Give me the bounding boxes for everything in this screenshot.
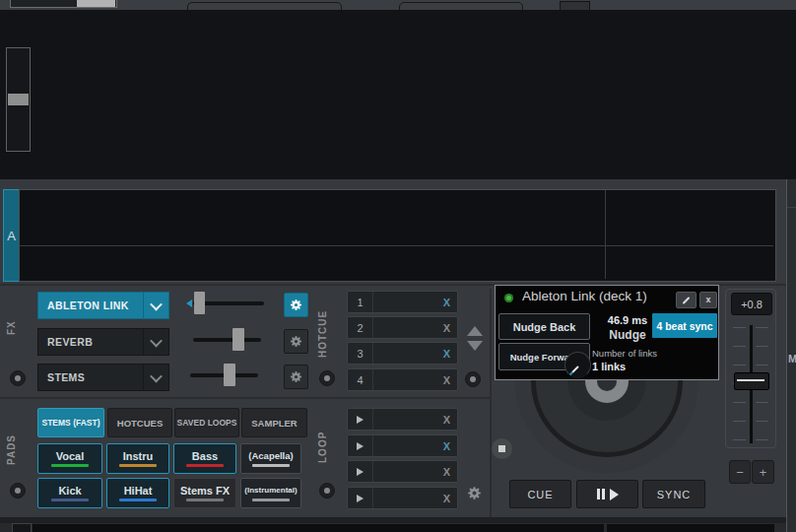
- gear-icon: [290, 370, 302, 383]
- loop-clear-button[interactable]: X: [443, 493, 457, 504]
- deck-settings-gear-button[interactable]: [467, 486, 482, 504]
- deck-b-badge[interactable]: [12, 523, 32, 532]
- hotcue-number[interactable]: 2: [348, 317, 373, 338]
- fx-2-settings-button[interactable]: [284, 329, 308, 354]
- fx-unit-3-label: STEMS: [38, 371, 143, 383]
- loop-row-2[interactable]: X: [347, 434, 458, 457]
- loop-play-button[interactable]: [348, 488, 373, 508]
- deck-a-waveform[interactable]: [19, 189, 776, 282]
- hotcue-row-2[interactable]: 2 X: [347, 316, 458, 339]
- loop-row-4[interactable]: X: [347, 487, 458, 509]
- popup-pin-button[interactable]: [676, 292, 696, 308]
- pad-color-bar: [252, 464, 290, 467]
- pad-acapella[interactable]: (Acapella): [240, 443, 301, 474]
- hotcue-number[interactable]: 3: [348, 343, 373, 364]
- links-count-label: Number of links: [592, 348, 710, 359]
- loop-play-button[interactable]: [348, 435, 373, 456]
- nudge-knob[interactable]: [564, 352, 591, 378]
- chevron-down-icon[interactable]: [143, 329, 168, 355]
- dj-app-window: A M FX ABLETON LINK REVERB STEMS HOTCUE …: [0, 0, 796, 532]
- pads-tab-sampler[interactable]: SAMPLER: [241, 408, 307, 437]
- links-count-value: 1 links: [592, 361, 710, 372]
- pads-tab-saved-loops[interactable]: SAVED LOOPS: [174, 408, 239, 437]
- loop-clear-button[interactable]: X: [443, 466, 457, 478]
- scrollbar-handle[interactable]: [8, 94, 29, 105]
- pad-kick[interactable]: Kick: [37, 478, 102, 508]
- fx-unit-2-selector[interactable]: REVERB: [37, 328, 169, 356]
- fx-3-settings-button[interactable]: [284, 365, 308, 389]
- play-icon: [357, 468, 364, 476]
- hotcue-clear-button[interactable]: X: [443, 322, 457, 334]
- waveform-midline: [20, 245, 773, 246]
- chevron-down-icon[interactable]: [143, 365, 168, 390]
- loop-row-1[interactable]: X: [347, 408, 458, 431]
- pencil-icon: [683, 297, 691, 304]
- waveform-end-marker: [605, 190, 606, 279]
- pitch-plus-button[interactable]: +: [752, 460, 774, 484]
- gear-icon: [290, 299, 302, 311]
- beat-sync-button[interactable]: 4 beat sync: [652, 313, 717, 338]
- arrow-down-icon[interactable]: [467, 341, 483, 351]
- pad-vocal[interactable]: Vocal: [37, 443, 102, 474]
- fx-2-meta-slider[interactable]: [193, 338, 261, 342]
- beatjump-knob[interactable]: [465, 371, 481, 387]
- hotcue-number[interactable]: 4: [348, 369, 373, 390]
- loop-play-button[interactable]: [348, 461, 373, 482]
- pads-knob[interactable]: [10, 483, 26, 499]
- loop-play-button[interactable]: [348, 409, 373, 430]
- popup-close-button[interactable]: x: [699, 292, 717, 308]
- loop-clear-button[interactable]: X: [443, 414, 457, 426]
- play-icon: [357, 442, 364, 450]
- deck-b-waveform[interactable]: [33, 524, 604, 532]
- pads-tab-stems-fast[interactable]: STEMS (FAST): [37, 408, 104, 437]
- hotcue-number[interactable]: 1: [348, 292, 373, 312]
- hotcue-row-4[interactable]: 4 X: [347, 368, 458, 391]
- loop-knob[interactable]: [319, 483, 335, 499]
- ableton-link-popup: Ableton Link (deck 1) x Nudge Back Nudge…: [495, 285, 719, 380]
- hotcue-clear-button[interactable]: X: [443, 297, 457, 308]
- deck-b-waveform-right[interactable]: [607, 524, 774, 532]
- hotcue-knob[interactable]: [319, 370, 335, 386]
- fx-unit-3-selector[interactable]: STEMS: [37, 364, 169, 391]
- play-pause-button[interactable]: [576, 480, 638, 508]
- mixer-edge-label: M: [788, 353, 796, 366]
- hotcue-clear-button[interactable]: X: [443, 374, 457, 386]
- pad-color-bar: [252, 499, 290, 501]
- fx-2-slider-handle[interactable]: [232, 328, 244, 351]
- play-icon: [357, 495, 364, 502]
- pitch-slider-handle[interactable]: [734, 372, 769, 390]
- loop-clear-button[interactable]: X: [443, 440, 457, 452]
- nudge-back-button[interactable]: Nudge Back: [498, 313, 590, 340]
- library-vertical-scrollbar[interactable]: [6, 47, 31, 152]
- arrow-up-icon[interactable]: [467, 326, 483, 336]
- fx-unit-1-selector[interactable]: ABLETON LINK: [37, 292, 169, 319]
- pad-instrumental[interactable]: (Instrumental): [240, 478, 301, 508]
- pad-stems-fx[interactable]: Stems FX: [173, 478, 236, 508]
- pad-instru[interactable]: Instru: [106, 443, 169, 474]
- hotcue-clear-button[interactable]: X: [443, 348, 457, 360]
- top-progress-fill: [77, 0, 115, 7]
- pause-icon: [597, 489, 600, 499]
- fx-section-label: FX: [6, 305, 24, 351]
- pitch-value-display: +0.8: [731, 293, 772, 315]
- fx-1-settings-button[interactable]: [284, 293, 308, 317]
- hotcue-row-1[interactable]: 1 X: [347, 291, 458, 313]
- mixer-edge-divider: [787, 207, 796, 208]
- pad-hihat[interactable]: HiHat: [106, 478, 169, 508]
- chevron-down-icon[interactable]: [143, 293, 168, 318]
- pitch-minus-button[interactable]: −: [729, 460, 751, 484]
- popup-title: Ableton Link (deck 1): [522, 289, 680, 308]
- fx-1-slider-handle[interactable]: [194, 292, 205, 314]
- sync-button[interactable]: SYNC: [642, 480, 705, 508]
- fx-knob[interactable]: [10, 370, 26, 386]
- fx-3-slider-handle[interactable]: [224, 364, 235, 386]
- loop-row-3[interactable]: X: [347, 460, 458, 483]
- pad-color-bar: [119, 464, 157, 467]
- gear-icon: [467, 486, 482, 500]
- hotcue-row-3[interactable]: 3 X: [347, 342, 458, 365]
- cue-button[interactable]: CUE: [509, 480, 571, 508]
- stop-button[interactable]: [492, 438, 512, 459]
- pad-bass[interactable]: Bass: [173, 443, 236, 474]
- deck-a-badge[interactable]: A: [3, 189, 20, 282]
- pads-tab-hotcues[interactable]: HOTCUES: [107, 408, 172, 437]
